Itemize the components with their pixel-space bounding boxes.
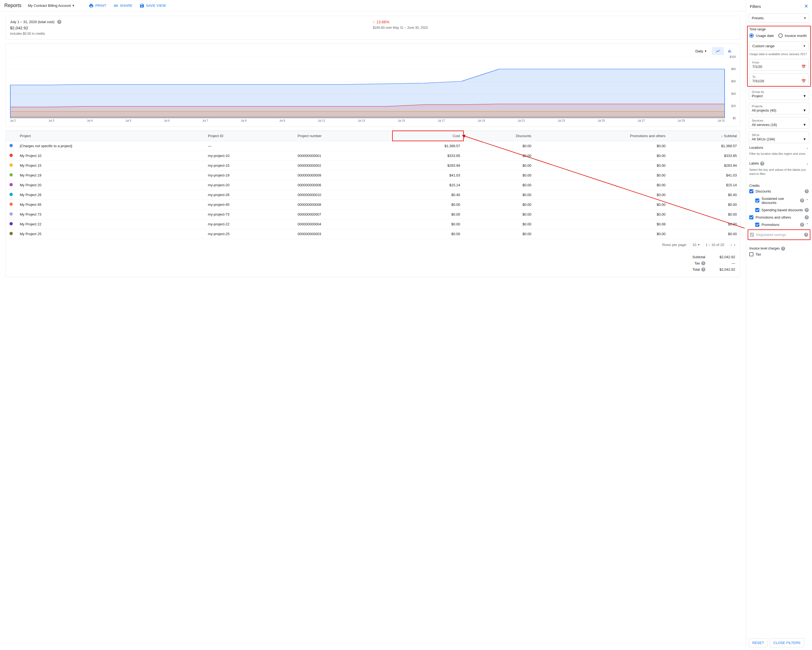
summary-delta: ↑ 13.66%	[373, 20, 736, 24]
promotions-checkbox[interactable]: Promotions?⌃	[749, 221, 809, 228]
tax-checkbox[interactable]: Tax	[749, 251, 809, 258]
discounts-checkbox[interactable]: Discounts?	[749, 188, 809, 195]
help-icon[interactable]: ?	[800, 199, 804, 203]
skus-select[interactable]: SKUs All SKUs (194)▼	[749, 132, 809, 143]
summary-credits-note: includes $0.00 in credits	[10, 32, 373, 35]
spending-based-checkbox[interactable]: Spending based discounts?	[749, 206, 809, 214]
date-to-input[interactable]: To 7/31/20📅	[749, 73, 809, 85]
table-row[interactable]: My Project 19my-project-19000000000009$4…	[6, 171, 740, 180]
bar-chart-toggle[interactable]	[724, 47, 736, 55]
col-promotions[interactable]: Promotions and others	[535, 131, 669, 141]
sort-desc-icon: ↓	[721, 134, 723, 138]
caret-down-icon: ▼	[803, 109, 806, 112]
invoice-month-radio[interactable]: Invoice month	[778, 34, 807, 38]
table-row[interactable]: My Project 22my-project-22000000000004$0…	[6, 219, 740, 229]
table-row[interactable]: My Project 45my-project-45000000000008$0…	[6, 200, 740, 210]
projects-select[interactable]: Projects All projects (40)▼	[749, 102, 809, 114]
help-icon[interactable]: ?	[805, 189, 809, 193]
promotions-others-checkbox[interactable]: Promotions and others?	[749, 214, 809, 221]
presets-select[interactable]: Presets ▼	[749, 14, 809, 23]
save-icon	[139, 3, 144, 8]
help-icon[interactable]: ?	[57, 20, 61, 24]
table-row[interactable]: [Charges not specific to a project]—$1,3…	[6, 141, 740, 151]
table-row[interactable]: My Project 15my-project-15000000000002$2…	[6, 161, 740, 171]
arrow-up-icon: ↑	[373, 20, 375, 24]
close-filters-icon[interactable]: ✕	[804, 3, 808, 9]
cost-chart: $0$20$40$60$80$100 Jul 2Jul 3Jul 4Jul 5J…	[10, 57, 736, 125]
table-row[interactable]: My Project 25my-project-25000000000003$0…	[6, 229, 740, 239]
help-icon[interactable]: ?	[701, 261, 705, 265]
invoice-charges-section: Invoice level charges? Tax	[749, 242, 809, 261]
chevron-up-icon[interactable]: ⌃	[806, 199, 809, 203]
line-chart-toggle[interactable]	[712, 47, 724, 55]
help-icon[interactable]: ?	[701, 268, 705, 272]
col-project-number[interactable]: Project number	[295, 131, 393, 141]
help-icon[interactable]: ?	[800, 223, 804, 227]
summary-card: July 1 – 31, 2020 (total cost) ? $2,042.…	[5, 16, 740, 40]
close-filters-button[interactable]: CLOSE FILTERS	[770, 638, 804, 647]
page-range: 1 – 10 of 20	[706, 243, 724, 247]
caret-down-icon: ▼	[803, 94, 806, 98]
table-row[interactable]: My Project 10my-project-10000000000001$3…	[6, 151, 740, 161]
chevron-down-icon[interactable]: ⌄	[806, 162, 809, 165]
locations-section: Locations⌄ Filter by location data like …	[749, 143, 809, 159]
caret-down-icon: ▼	[803, 137, 806, 141]
caret-down-icon: ▼	[698, 243, 700, 246]
share-button[interactable]: SHARE	[113, 3, 133, 8]
calendar-icon: 📅	[801, 64, 806, 69]
cost-table-card: Project Project ID Project number Cost D…	[5, 130, 740, 277]
table-pager: Rows per page: 10 ▼ 1 – 10 of 20 ‹ ›	[6, 239, 740, 251]
usage-date-radio[interactable]: Usage date	[749, 34, 774, 38]
credits-section: Credits Discounts? Sustained use discoun…	[749, 179, 809, 242]
services-select[interactable]: Services All services (16)▼	[749, 117, 809, 129]
link-icon	[113, 3, 118, 8]
time-range-section: Time range Usage date Invoice month Cust…	[747, 26, 811, 87]
help-icon[interactable]: ?	[805, 215, 809, 219]
bar-chart-icon	[727, 49, 732, 54]
help-icon[interactable]: ?	[760, 162, 764, 166]
caret-down-icon: ▼	[72, 4, 75, 7]
prev-page-button[interactable]: ‹	[730, 242, 733, 248]
account-selector[interactable]: My Contract Billing Account ▼	[28, 3, 75, 8]
table-row[interactable]: My Project 20my-project-20000000000006$1…	[6, 180, 740, 190]
save-view-button[interactable]: SAVE VIEW	[139, 3, 166, 8]
granularity-selector[interactable]: Daily ▼	[695, 49, 707, 53]
summary-period: July 1 – 31, 2020 (total cost)	[10, 20, 54, 24]
filters-title: Filters	[750, 4, 761, 9]
chevron-up-icon[interactable]: ⌃	[806, 223, 809, 227]
col-project[interactable]: Project	[17, 131, 205, 141]
rows-per-page-select[interactable]: 10 ▼	[692, 243, 700, 247]
page-title: Reports	[5, 3, 21, 8]
caret-down-icon: ▼	[704, 50, 707, 53]
sustained-use-checkbox[interactable]: Sustained use discounts?⌃	[749, 195, 809, 206]
col-project-id[interactable]: Project ID	[205, 131, 295, 141]
filters-panel: Filters ✕ Presets ▼ Time range Usage dat…	[746, 0, 812, 650]
negotiated-savings-checkbox: Negotiated savings?	[750, 231, 808, 239]
col-cost[interactable]: Cost	[392, 131, 463, 141]
line-chart-icon	[715, 49, 720, 54]
chevron-down-icon[interactable]: ⌄	[806, 146, 809, 150]
group-by-select[interactable]: Group by Project▼	[749, 88, 809, 100]
summary-amount: $2,042.92	[10, 26, 373, 30]
help-icon[interactable]: ?	[781, 246, 785, 251]
cost-table: Project Project ID Project number Cost D…	[6, 131, 740, 239]
next-page-button[interactable]: ›	[733, 242, 736, 248]
time-range-type-select[interactable]: Custom range ▼	[749, 41, 809, 50]
labels-section: Labels?⌄ Select the key and values of th…	[749, 159, 809, 179]
help-icon[interactable]: ?	[804, 233, 808, 237]
reset-button[interactable]: RESET	[749, 638, 768, 647]
caret-down-icon: ▼	[804, 17, 806, 20]
caret-down-icon: ▼	[803, 123, 806, 127]
col-subtotal[interactable]: ↓Subtotal	[669, 131, 740, 141]
chart-card: Daily ▼ $0$20$40$60$80$	[5, 43, 740, 127]
print-button[interactable]: PRINT	[89, 3, 106, 8]
col-discounts[interactable]: Discounts	[464, 131, 535, 141]
table-row[interactable]: My Project 73my-project-73000000000007$0…	[6, 210, 740, 219]
help-icon[interactable]: ?	[805, 208, 809, 212]
table-row[interactable]: My Project 26my-project-26000000000010$0…	[6, 190, 740, 200]
caret-down-icon: ▼	[803, 44, 806, 47]
calendar-icon: 📅	[801, 79, 806, 83]
date-from-input[interactable]: From 7/1/20📅	[749, 59, 809, 70]
top-toolbar: Reports My Contract Billing Account ▼ PR…	[0, 0, 746, 11]
print-icon	[89, 3, 94, 8]
